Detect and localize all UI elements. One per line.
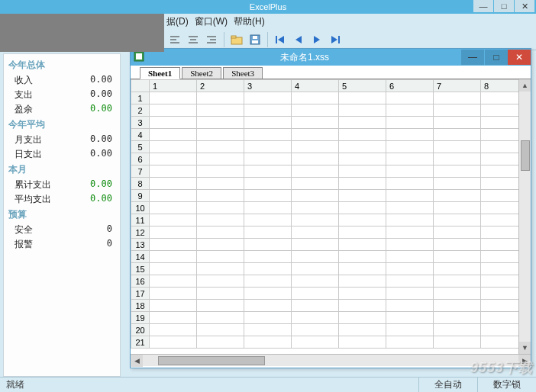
row-header[interactable]: 1 — [131, 92, 150, 104]
cell[interactable] — [339, 153, 386, 165]
cell[interactable] — [386, 263, 434, 275]
cell[interactable] — [434, 92, 481, 104]
hscroll-track[interactable] — [143, 355, 518, 366]
column-header[interactable]: 3 — [244, 80, 292, 92]
cell[interactable] — [197, 214, 244, 227]
cell[interactable] — [150, 336, 197, 349]
cell[interactable] — [292, 263, 339, 275]
prev-icon[interactable] — [291, 32, 306, 47]
cell[interactable] — [339, 324, 386, 336]
cell[interactable] — [197, 117, 244, 129]
cell[interactable] — [339, 214, 386, 227]
hscroll-thumb[interactable] — [158, 356, 265, 365]
cell[interactable] — [339, 239, 386, 251]
cell[interactable] — [150, 117, 197, 129]
cell[interactable] — [339, 312, 386, 324]
scroll-up-icon[interactable]: ▲ — [519, 79, 531, 92]
cell[interactable] — [434, 275, 481, 288]
align-left-icon[interactable] — [167, 32, 182, 47]
menu-help[interactable]: 帮助(H) — [234, 15, 265, 28]
cell[interactable] — [386, 300, 434, 312]
cell[interactable] — [434, 165, 481, 178]
cell[interactable] — [197, 275, 244, 288]
cell[interactable] — [339, 227, 386, 239]
row-header[interactable]: 19 — [131, 312, 150, 324]
cell[interactable] — [197, 239, 244, 251]
cell[interactable] — [244, 263, 292, 275]
cell[interactable] — [244, 178, 292, 190]
cell[interactable] — [197, 92, 244, 104]
cell[interactable] — [339, 92, 386, 104]
cell[interactable] — [386, 129, 434, 141]
cell[interactable] — [292, 92, 339, 104]
cell[interactable] — [292, 324, 339, 336]
cell[interactable] — [434, 288, 481, 300]
cell[interactable] — [339, 104, 386, 117]
row-header[interactable]: 15 — [131, 263, 150, 275]
cell[interactable] — [339, 129, 386, 141]
row-header[interactable]: 3 — [131, 117, 150, 129]
cell[interactable] — [197, 227, 244, 239]
row-header[interactable]: 10 — [131, 202, 150, 214]
cell[interactable] — [197, 202, 244, 214]
cell[interactable] — [150, 129, 197, 141]
cell[interactable] — [150, 300, 197, 312]
cell[interactable] — [244, 312, 292, 324]
cell[interactable] — [339, 117, 386, 129]
cell[interactable] — [339, 202, 386, 214]
cell[interactable] — [386, 153, 434, 165]
cell[interactable] — [386, 178, 434, 190]
doc-close-button[interactable]: ✕ — [508, 50, 531, 65]
cell[interactable] — [339, 275, 386, 288]
maximize-button[interactable]: □ — [494, 0, 514, 12]
cell[interactable] — [434, 190, 481, 202]
cell[interactable] — [197, 153, 244, 165]
column-header[interactable]: 7 — [434, 80, 481, 92]
cell[interactable] — [339, 263, 386, 275]
cell[interactable] — [150, 178, 197, 190]
cell[interactable] — [292, 165, 339, 178]
cell[interactable] — [150, 288, 197, 300]
cell[interactable] — [244, 104, 292, 117]
cell[interactable] — [244, 227, 292, 239]
cell[interactable] — [292, 239, 339, 251]
tab-sheet3[interactable]: Sheet3 — [223, 67, 263, 79]
column-header[interactable]: 6 — [386, 80, 434, 92]
cell[interactable] — [434, 263, 481, 275]
cell[interactable] — [434, 336, 481, 349]
align-right-icon[interactable] — [204, 32, 219, 47]
cell[interactable] — [292, 312, 339, 324]
grid-corner[interactable] — [131, 80, 150, 92]
column-header[interactable]: 5 — [339, 80, 386, 92]
cell[interactable] — [197, 312, 244, 324]
cell[interactable] — [434, 324, 481, 336]
row-header[interactable]: 20 — [131, 324, 150, 336]
cell[interactable] — [150, 263, 197, 275]
cell[interactable] — [434, 153, 481, 165]
vertical-scrollbar[interactable]: ▲ ▼ — [518, 79, 531, 354]
cell[interactable] — [244, 141, 292, 153]
cell[interactable] — [150, 92, 197, 104]
cell[interactable] — [197, 324, 244, 336]
cell[interactable] — [244, 153, 292, 165]
cell[interactable] — [386, 336, 434, 349]
cell[interactable] — [244, 239, 292, 251]
doc-minimize-button[interactable]: — — [461, 50, 484, 65]
cell[interactable] — [386, 141, 434, 153]
cell[interactable] — [292, 275, 339, 288]
cell[interactable] — [386, 214, 434, 227]
cell[interactable] — [150, 324, 197, 336]
cell[interactable] — [292, 178, 339, 190]
cell[interactable] — [197, 104, 244, 117]
column-header[interactable]: 1 — [150, 80, 197, 92]
row-header[interactable]: 9 — [131, 190, 150, 202]
cell[interactable] — [434, 239, 481, 251]
spreadsheet-grid[interactable]: 1234567812345678910111213141516171819202… — [131, 79, 531, 354]
row-header[interactable]: 5 — [131, 141, 150, 153]
cell[interactable] — [386, 117, 434, 129]
cell[interactable] — [339, 288, 386, 300]
menu-window[interactable]: 窗口(W) — [195, 15, 228, 28]
cell[interactable] — [150, 239, 197, 251]
cell[interactable] — [386, 190, 434, 202]
cell[interactable] — [434, 129, 481, 141]
